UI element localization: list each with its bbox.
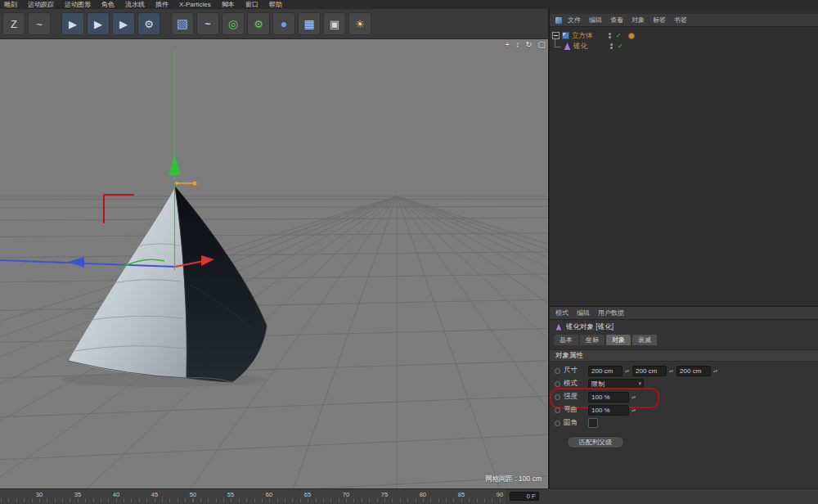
mograph-button[interactable]: ⚙: [247, 12, 270, 35]
fillet-checkbox[interactable]: [588, 418, 598, 428]
tapered-cube-object[interactable]: [61, 187, 267, 387]
keyframe-dot-icon[interactable]: [555, 394, 560, 400]
stepper[interactable]: ▴▾: [631, 395, 636, 398]
size-z-input[interactable]: 200 cm: [676, 366, 711, 376]
am-menu-userdata[interactable]: 用户数据: [598, 308, 624, 317]
menu-motion-tracker[interactable]: 运动跟踪: [28, 0, 54, 9]
ruler-label: 90: [497, 491, 503, 498]
menu-mograph[interactable]: 运动图形: [65, 0, 91, 9]
fillet-label: 圆角: [564, 418, 585, 428]
object-manager: 文件 编辑 查看 对象 标签 书签 立方体 ✓: [550, 14, 818, 306]
object-tree: 立方体 ✓ 锥化 ✓: [550, 27, 818, 306]
object-label-taper[interactable]: 锥化: [573, 42, 601, 52]
am-menu-mode[interactable]: 模式: [555, 308, 569, 317]
match-to-parent-button[interactable]: 匹配到父级: [567, 436, 624, 448]
tab-basic[interactable]: 基本: [554, 335, 578, 345]
strength-input[interactable]: 100 %: [588, 392, 629, 403]
tab-object[interactable]: 对象: [606, 335, 631, 345]
array-plane-button[interactable]: ▦: [298, 12, 321, 35]
render-picture-viewer-icon: ▶: [119, 18, 128, 30]
om-menu-file[interactable]: 文件: [568, 16, 581, 25]
y-axis-arrow[interactable]: [169, 154, 181, 175]
keyframe-dot-icon[interactable]: [555, 381, 560, 387]
object-row-taper[interactable]: 锥化 ✓: [552, 41, 816, 52]
enabled-check-icon[interactable]: ✓: [618, 43, 623, 50]
strength-row: 强度 100 % ▴▾: [555, 391, 813, 403]
primitive-cube-button[interactable]: ▧: [171, 12, 194, 35]
texture-tag-icon[interactable]: [628, 33, 635, 39]
cube-icon: ▧: [177, 16, 188, 31]
curvature-input[interactable]: 100 %: [588, 405, 629, 416]
stepper[interactable]: ▴▾: [713, 369, 717, 372]
workplane-button[interactable]: ~: [28, 12, 51, 35]
stepper[interactable]: ▴▾: [631, 408, 636, 412]
tab-falloff[interactable]: 衰减: [632, 335, 657, 345]
menu-xparticles[interactable]: X-Particles: [179, 1, 211, 8]
menu-plugins[interactable]: 插件: [155, 0, 169, 9]
expand-toggle-icon[interactable]: [552, 32, 560, 39]
menu-pipeline[interactable]: 流水线: [125, 0, 145, 9]
enabled-check-icon[interactable]: ✓: [616, 32, 622, 39]
keyframe-dot-icon[interactable]: [555, 421, 560, 426]
object-row-cube[interactable]: 立方体 ✓: [552, 30, 816, 41]
om-menu-tag[interactable]: 标签: [653, 16, 666, 25]
ruler-label: 40: [113, 491, 119, 498]
keyframe-dot-icon[interactable]: [555, 368, 560, 374]
metaball-icon: ●: [281, 17, 287, 30]
menubar: 雕刻 运动跟踪 运动图形 角色 流水线 插件 X-Particles 脚本 窗口…: [0, 0, 818, 9]
menu-script[interactable]: 脚本: [222, 0, 235, 9]
mode-dropdown[interactable]: 限制: [588, 379, 644, 389]
stepper[interactable]: ▴▾: [625, 369, 629, 372]
om-menu-view[interactable]: 查看: [610, 16, 623, 25]
size-y-input[interactable]: 200 cm: [632, 366, 667, 376]
curvature-label: 弯曲: [564, 405, 585, 415]
menu-character[interactable]: 角色: [101, 0, 115, 9]
viewport-3d-view: [0, 39, 548, 489]
generator-button[interactable]: ◎: [222, 12, 245, 35]
render-region-button[interactable]: ▶: [87, 12, 110, 35]
timeline-bar: 30 35 40 45 50 55 60 65 70 75 80 85 90 0…: [0, 488, 818, 504]
spline-pen-button[interactable]: ~: [196, 12, 219, 35]
camera-button[interactable]: ▣: [323, 12, 346, 35]
maximize-icon[interactable]: ▢: [538, 40, 546, 50]
om-menu-object[interactable]: 对象: [631, 16, 645, 25]
undo-button[interactable]: Z: [2, 12, 25, 35]
menu-window[interactable]: 窗口: [245, 0, 258, 9]
menu-sculpt[interactable]: 雕刻: [4, 0, 17, 9]
current-frame-field[interactable]: 0 F: [510, 492, 539, 501]
attribute-rows: 尺寸 200 cm ▴▾ 200 cm ▴▾ 200 cm ▴▾ 模式 限制: [550, 362, 818, 452]
taper-handle-dot[interactable]: [175, 182, 178, 185]
light-button[interactable]: ☀: [348, 12, 371, 35]
metaball-button[interactable]: ●: [272, 12, 295, 35]
pan-icon[interactable]: +: [505, 40, 510, 50]
om-menu-bookmark[interactable]: 书签: [674, 16, 687, 25]
taper-object-icon: [555, 324, 562, 331]
tab-coordinates[interactable]: 坐标: [580, 335, 605, 345]
size-x-input[interactable]: 200 cm: [588, 366, 622, 376]
visibility-dots[interactable]: [609, 33, 611, 38]
timeline-ruler[interactable]: 30 35 40 45 50 55 60 65 70 75 80 85 90: [0, 489, 506, 504]
attribute-title: 锥化对象 [锥化]: [566, 322, 614, 332]
camera-icon: ▣: [330, 18, 339, 30]
dolly-icon[interactable]: ↕: [515, 40, 519, 50]
render-settings-button[interactable]: ⚙: [137, 12, 160, 35]
visibility-dots[interactable]: [610, 43, 613, 49]
am-menu-edit[interactable]: 编辑: [577, 308, 590, 317]
stepper[interactable]: ▴▾: [669, 369, 673, 372]
fillet-row: 圆角: [555, 417, 813, 429]
keyframe-dot-icon[interactable]: [555, 407, 560, 413]
ruler-label: 80: [420, 491, 426, 498]
right-panel: 文件 编辑 查看 对象 标签 书签 立方体 ✓: [550, 9, 818, 489]
object-label-cube[interactable]: 立方体: [572, 31, 600, 41]
light-icon: ☀: [355, 18, 365, 30]
taper-handle-dot[interactable]: [192, 181, 196, 185]
render-view-button[interactable]: ▶: [61, 12, 84, 35]
render-picture-viewer-button[interactable]: ▶: [112, 12, 135, 35]
z-axis-arrow[interactable]: [68, 257, 84, 268]
menu-help[interactable]: 帮助: [269, 0, 282, 9]
om-menu-edit[interactable]: 编辑: [589, 16, 602, 25]
ruler-label: 60: [266, 491, 272, 498]
ruler-label: 30: [36, 491, 43, 498]
viewport-canvas[interactable]: + ↕ ↻ ▢ 网格间距 : 100 cm: [0, 39, 548, 489]
rotate-icon[interactable]: ↻: [525, 40, 532, 50]
